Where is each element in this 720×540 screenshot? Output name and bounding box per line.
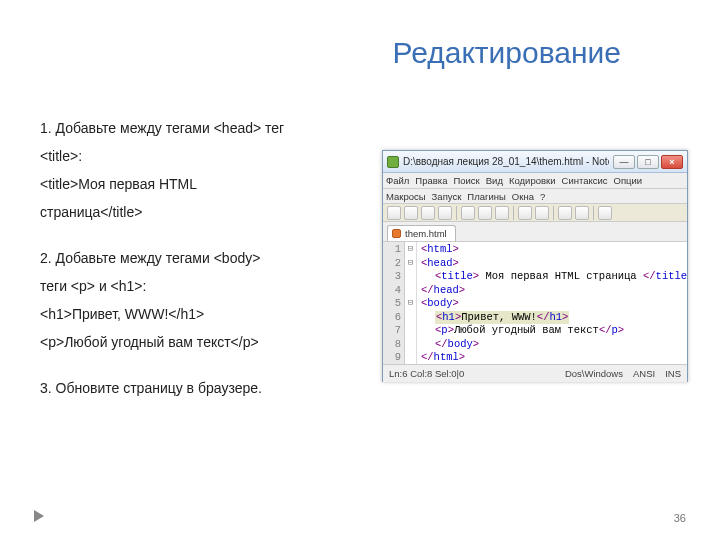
editor-area[interactable]: 123456789 ⊟⊟⊟ <html><head><title> Моя пе…	[383, 242, 687, 364]
toolbar-saveall-icon[interactable]	[438, 206, 452, 220]
menu-windows[interactable]: Окна	[512, 191, 534, 202]
toolbar-find-icon[interactable]	[558, 206, 572, 220]
menu-options[interactable]: Опции	[614, 175, 643, 186]
toolbar-replace-icon[interactable]	[575, 206, 589, 220]
toolbar-open-icon[interactable]	[404, 206, 418, 220]
tab-label: them.html	[405, 228, 447, 239]
step1-line4: страница</title>	[40, 198, 360, 226]
toolbar-new-icon[interactable]	[387, 206, 401, 220]
step1-line1: 1. Добавьте между тегами <head> тег	[40, 114, 360, 142]
toolbar-copy-icon[interactable]	[478, 206, 492, 220]
instructions-text: 1. Добавьте между тегами <head> тег <tit…	[40, 114, 360, 414]
menu-view[interactable]: Вид	[486, 175, 503, 186]
status-encoding: ANSI	[633, 368, 655, 379]
menubar-row1: Файл Правка Поиск Вид Кодировки Синтакси…	[383, 173, 687, 189]
fold-minus-icon: ⊟	[405, 257, 416, 271]
page-number: 36	[674, 512, 686, 524]
app-icon	[387, 156, 399, 168]
slide-arrow-icon	[34, 510, 44, 522]
fold-gutter: ⊟⊟⊟	[405, 242, 417, 364]
fold-minus-icon: ⊟	[405, 243, 416, 257]
menu-macros[interactable]: Макросы	[386, 191, 426, 202]
maximize-button[interactable]: □	[637, 155, 659, 169]
fold-minus-icon: ⊟	[405, 297, 416, 311]
status-bar: Ln:6 Col:8 Sel:0|0 Dos\Windows ANSI INS	[383, 364, 687, 382]
tab-them-html[interactable]: them.html	[387, 225, 456, 241]
minimize-button[interactable]: —	[613, 155, 635, 169]
tab-bar: them.html	[383, 222, 687, 242]
menu-encoding[interactable]: Кодировки	[509, 175, 556, 186]
file-icon	[392, 229, 401, 238]
slide-title: Редактирование	[392, 36, 621, 70]
toolbar-undo-icon[interactable]	[518, 206, 532, 220]
menu-plugins[interactable]: Плагины	[467, 191, 506, 202]
step2-line1: 2. Добавьте между тегами <body>	[40, 244, 360, 272]
status-position: Ln:6 Col:8 Sel:0|0	[389, 368, 464, 379]
menubar-row2: Макросы Запуск Плагины Окна ?	[383, 189, 687, 204]
toolbar-zoomin-icon[interactable]	[598, 206, 612, 220]
titlebar[interactable]: D:\вводная лекция 28_01_14\them.html - N…	[383, 151, 687, 173]
step1-line3: <title>Моя первая HTML	[40, 170, 360, 198]
toolbar-cut-icon[interactable]	[461, 206, 475, 220]
close-button[interactable]: ×	[661, 155, 683, 169]
step1-line2: <title>:	[40, 142, 360, 170]
menu-search[interactable]: Поиск	[453, 175, 479, 186]
window-title: D:\вводная лекция 28_01_14\them.html - N…	[403, 156, 609, 167]
line-gutter: 123456789	[383, 242, 405, 364]
notepadpp-window: D:\вводная лекция 28_01_14\them.html - N…	[382, 150, 688, 382]
status-mode: INS	[665, 368, 681, 379]
status-eol: Dos\Windows	[565, 368, 623, 379]
toolbar-paste-icon[interactable]	[495, 206, 509, 220]
code-content[interactable]: <html><head><title> Моя первая HTML стра…	[417, 242, 687, 364]
toolbar-redo-icon[interactable]	[535, 206, 549, 220]
menu-file[interactable]: Файл	[386, 175, 409, 186]
menu-syntax[interactable]: Синтаксис	[562, 175, 608, 186]
toolbar-save-icon[interactable]	[421, 206, 435, 220]
toolbar	[383, 204, 687, 222]
step2-line4: <p>Любой угодный вам текст</p>	[40, 328, 360, 356]
menu-run[interactable]: Запуск	[432, 191, 462, 202]
step2-line3: <h1>Привет, WWW!</h1>	[40, 300, 360, 328]
menu-help[interactable]: ?	[540, 191, 545, 202]
step3: 3. Обновите страницу в браузере.	[40, 374, 360, 402]
step2-line2: теги <p> и <h1>:	[40, 272, 360, 300]
menu-edit[interactable]: Правка	[415, 175, 447, 186]
